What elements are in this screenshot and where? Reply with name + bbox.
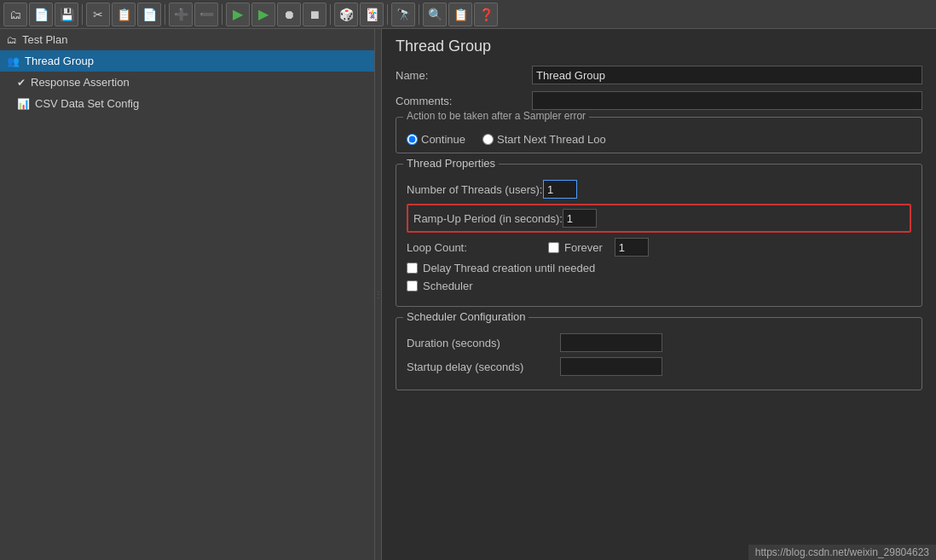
scheduler-checkbox[interactable] — [407, 280, 418, 292]
save-button[interactable]: 💾 — [55, 3, 78, 26]
resize-handle[interactable]: ⋮ — [375, 29, 382, 560]
csv-label: CSV Data Set Config — [35, 97, 139, 110]
duration-input[interactable] — [560, 333, 662, 352]
copy-button[interactable]: 📋 — [112, 3, 136, 26]
startup-label: Startup delay (seconds) — [407, 361, 560, 373]
delay-checkbox[interactable] — [407, 263, 418, 274]
thread-group-icon: 👥 — [7, 55, 20, 67]
tree-item-response-assertion[interactable]: ✔ Response Assertion — [0, 72, 374, 93]
delay-label: Delay Thread creation until needed — [423, 262, 595, 274]
remove-button[interactable]: ➖ — [194, 3, 218, 26]
search-button[interactable]: 🔭 — [391, 3, 415, 26]
separator-5 — [387, 4, 388, 25]
continue-label: Continue — [421, 133, 465, 146]
forever-checkbox[interactable] — [548, 242, 559, 253]
tree-item-thread-group[interactable]: 👥 Thread Group — [0, 50, 374, 72]
threads-label: Number of Threads (users): — [407, 183, 543, 196]
ramp-up-input[interactable] — [563, 209, 597, 228]
loop-count-input[interactable] — [615, 238, 649, 257]
reset-button[interactable]: ⏹ — [303, 3, 326, 26]
new-button[interactable]: 🗂 — [3, 3, 27, 26]
comments-label: Comments: — [396, 95, 532, 107]
list-button[interactable]: 📋 — [448, 3, 472, 26]
separator-2 — [165, 4, 165, 25]
delay-row: Delay Thread creation until needed — [407, 262, 911, 274]
tree-item-test-plan[interactable]: 🗂 Test Plan — [0, 29, 374, 50]
action-legend: Action to be taken after a Sampler error — [403, 110, 589, 122]
duration-row: Duration (seconds) — [407, 333, 911, 352]
panel-title: Thread Group — [396, 38, 922, 55]
scheduler-label: Scheduler — [423, 280, 473, 292]
startup-row: Startup delay (seconds) — [407, 357, 911, 376]
test-plan-icon: 🗂 — [7, 34, 17, 46]
separator-1 — [82, 4, 83, 25]
status-bar: https://blog.csdn.net/weixin_29804623 — [748, 545, 936, 560]
action-section: Action to be taken after a Sampler error… — [396, 117, 922, 153]
loop-count-label: Loop Count: — [407, 241, 543, 254]
cut-button[interactable]: ✂ — [86, 3, 110, 26]
ramp-up-label: Ramp-Up Period (in seconds): — [413, 212, 563, 225]
response-assertion-label: Response Assertion — [31, 76, 130, 89]
start-next-label: Start Next Thread Loo — [497, 133, 606, 146]
main-container: 🗂 Test Plan 👥 Thread Group ✔ Response As… — [0, 29, 936, 560]
test-plan-label: Test Plan — [22, 33, 67, 46]
name-input[interactable] — [532, 66, 922, 84]
left-panel: 🗂 Test Plan 👥 Thread Group ✔ Response As… — [0, 29, 375, 560]
duration-label: Duration (seconds) — [407, 337, 560, 349]
separator-4 — [330, 4, 331, 25]
stop-button[interactable]: ▶ — [251, 3, 275, 26]
status-url: https://blog.csdn.net/weixin_29804623 — [755, 546, 929, 558]
template-button[interactable]: 🃏 — [360, 3, 384, 26]
paste-button[interactable]: 📄 — [137, 3, 161, 26]
toolbar: 🗂 📄 💾 ✂ 📋 📄 ➕ ➖ ▶ ▶ ⏺ ⏹ 🎲 🃏 🔭 🔍 📋 ❓ — [0, 0, 936, 29]
thread-properties-section: Thread Properties Number of Threads (use… — [396, 164, 922, 307]
threads-input[interactable] — [543, 180, 577, 199]
threads-row: Number of Threads (users): — [407, 180, 911, 199]
continue-radio[interactable] — [407, 134, 418, 145]
comments-input[interactable] — [532, 91, 922, 110]
thread-group-label: Thread Group — [25, 55, 94, 67]
separator-3 — [222, 4, 222, 25]
name-label: Name: — [396, 69, 532, 82]
right-panel: Thread Group Name: Comments: Action to b… — [382, 29, 936, 560]
loop-row: Loop Count: Forever — [407, 238, 911, 257]
add-button[interactable]: ➕ — [169, 3, 193, 26]
separator-6 — [419, 4, 419, 25]
scheduler-config-section: Scheduler Configuration Duration (second… — [396, 317, 922, 390]
forever-label: Forever — [564, 241, 603, 254]
thread-properties-legend: Thread Properties — [403, 157, 499, 170]
func-button[interactable]: 🎲 — [334, 3, 358, 26]
help-button[interactable]: ❓ — [474, 3, 498, 26]
log-button[interactable]: 🔍 — [423, 3, 447, 26]
run-button[interactable]: ▶ — [226, 3, 250, 26]
scheduler-row: Scheduler — [407, 280, 911, 292]
action-radio-group: Continue Start Next Thread Loo — [407, 133, 911, 146]
name-row: Name: — [396, 66, 922, 84]
open-button[interactable]: 📄 — [29, 3, 53, 26]
tree-item-csv-data-set[interactable]: 📊 CSV Data Set Config — [0, 93, 374, 114]
comments-row: Comments: — [396, 91, 922, 110]
csv-icon: 📊 — [17, 98, 30, 110]
scheduler-config-legend: Scheduler Configuration — [403, 310, 529, 323]
stop-all-button[interactable]: ⏺ — [277, 3, 301, 26]
start-next-radio[interactable] — [482, 134, 494, 145]
continue-radio-label[interactable]: Continue — [407, 133, 465, 146]
response-assertion-icon: ✔ — [17, 77, 26, 89]
ramp-up-row: Ramp-Up Period (in seconds): — [407, 204, 911, 233]
startup-input[interactable] — [560, 357, 662, 376]
start-next-radio-label[interactable]: Start Next Thread Loo — [482, 133, 606, 146]
